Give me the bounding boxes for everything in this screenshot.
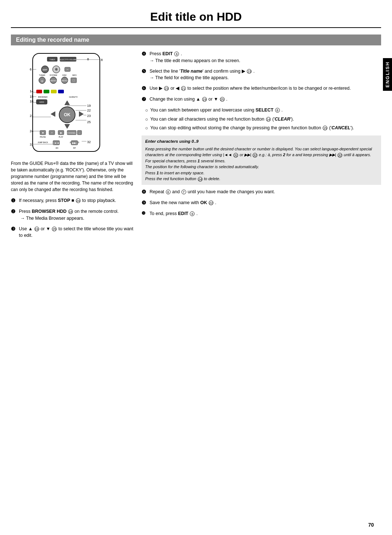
step-9-content: Save the new name with OK 22 . [150, 199, 381, 206]
step-2-content: Press BROWSER HDD 18 on the remote contr… [19, 208, 134, 222]
step-6-content: Use ▶ 23 or ◀ 21 to select the position … [150, 85, 381, 92]
svg-text:31: 31 [30, 143, 33, 146]
svg-rect-29 [51, 90, 57, 93]
step-2-number: ❷ [11, 208, 17, 215]
step-10-content: To end, press EDIT 6 . [150, 210, 381, 217]
step-5: ❺ Select the line 'Title name' and confi… [142, 68, 381, 82]
svg-marker-37 [65, 101, 70, 105]
enter-chars-title: Enter characters using 0..9 [145, 138, 377, 145]
svg-text:18: 18 [30, 100, 33, 103]
svg-text:22: 22 [87, 109, 91, 112]
bullet-3: ○ [145, 125, 150, 132]
step-7-sub-3: ○ You can stop editing without storing t… [145, 125, 381, 132]
svg-text:MENU: MENU [50, 80, 57, 82]
svg-marker-42 [51, 112, 55, 117]
svg-text:□: □ [73, 78, 75, 82]
svg-text:abc: abc [56, 147, 59, 149]
step-8-content: Repeat 6 and 7 until you have made the c… [150, 189, 381, 195]
step-7-sub-2: ○ You can clear all characters using the… [145, 116, 381, 123]
svg-text:MENU: MENU [61, 80, 68, 82]
svg-text:TUNER: TUNER [39, 74, 45, 76]
svg-text:23: 23 [87, 114, 91, 118]
step-7-sub-3-content: You can stop editing without storing the… [150, 125, 354, 131]
step-3-number: ❸ [11, 225, 17, 233]
svg-text:⊕: ⊕ [55, 67, 58, 71]
svg-text:ψ: ψ [41, 79, 43, 82]
step-9: ❾ Save the new name with OK 22 . [142, 199, 381, 207]
step-4-content: Press EDIT 6 . → The title edit menu app… [150, 50, 381, 64]
svg-text:–: – [79, 131, 80, 134]
intro-text: From the GUIDE Plus+® data the title (na… [11, 160, 134, 193]
svg-text:SYSTEM: SYSTEM [50, 74, 57, 76]
enter-chars-line-5: Press the red function button 14 to dele… [145, 176, 377, 182]
enter-chars-line-3: The position for the following character… [145, 164, 377, 170]
svg-text:8: 8 [101, 58, 103, 62]
svg-text:OK: OK [64, 112, 70, 117]
sidebar-english-label: ENGLISH [383, 58, 392, 91]
svg-rect-28 [44, 90, 49, 93]
svg-text:JUMP BACK: JUMP BACK [38, 141, 48, 143]
step-7-sub-1: ○ You can switch between upper and lower… [145, 107, 381, 114]
step-6: ❻ Use ▶ 23 or ◀ 21 to select the positio… [142, 85, 381, 92]
svg-text:19: 19 [87, 104, 91, 108]
step-1: ❶ If necessary, press STOP ■ 24 to stop … [11, 197, 134, 204]
svg-text:SELECT/TV VOLUME: SELECT/TV VOLUME [59, 58, 77, 61]
step-1-content: If necessary, press STOP ■ 24 to stop pl… [19, 197, 134, 204]
enter-chars-line-1: Keep pressing the number button until th… [145, 146, 377, 158]
page-number: 70 [368, 522, 374, 528]
step-3-content: Use ▲ 19 or ▼ 25 to select the title who… [19, 226, 134, 239]
step-1-number: ❶ [11, 197, 17, 204]
step-5-number: ❺ [142, 68, 148, 75]
svg-text:8: 8 [87, 57, 89, 61]
svg-rect-27 [36, 90, 42, 93]
svg-text:PAUSE: PAUSE [40, 136, 46, 138]
step-4-number: ❹ [142, 50, 148, 58]
svg-text:▶▶|: ▶▶| [72, 142, 77, 145]
content-area: TIMER SELECT/TV VOLUME 8 EDIT ⊕ [11, 50, 381, 243]
page-title-area: Edit title on HDD [11, 0, 381, 28]
svg-marker-43 [79, 112, 83, 117]
step-7-sub-1-content: You can switch between upper and lowerca… [150, 107, 283, 114]
svg-text:DISC: DISC [62, 74, 67, 76]
svg-text:–: – [66, 68, 68, 71]
svg-text:INFO: INFO [72, 74, 77, 76]
svg-text:+: + [51, 131, 53, 134]
step-10-number: ❿ [142, 210, 148, 216]
svg-text:6: 6 [30, 68, 32, 71]
section-header: Editing the recorded name [11, 35, 381, 45]
svg-text:CHANNEL: CHANNEL [67, 132, 76, 134]
svg-text:TIMER: TIMER [49, 58, 55, 61]
step-7-sub-2-content: You can clear all characters using the r… [150, 116, 294, 123]
step-2: ❷ Press BROWSER HDD 18 on the remote con… [11, 208, 134, 222]
step-7-number: ❼ [142, 96, 148, 103]
enter-chars-line-2: For special characters, press 1 several … [145, 158, 377, 164]
step-7-content: Change the icon using ▲ 19 or ▼ 25 . [150, 96, 381, 103]
left-column: TIMER SELECT/TV VOLUME 8 EDIT ⊕ [11, 50, 134, 243]
svg-text:21: 21 [30, 114, 33, 118]
svg-text:GUIDE/TV: GUIDE/TV [69, 96, 78, 98]
svg-text:EDIT: EDIT [43, 69, 48, 71]
svg-text:BROWSER: BROWSER [38, 96, 48, 98]
enter-chars-line-4: Press 1 to insert an empty space. [145, 170, 377, 176]
svg-marker-44 [65, 124, 70, 129]
svg-text:PLAY: PLAY [59, 136, 64, 138]
svg-text:HDD: HDD [40, 101, 45, 103]
svg-text:■: ■ [42, 131, 44, 134]
step-9-number: ❾ [142, 199, 148, 207]
step-8-number: ❽ [142, 188, 148, 196]
right-column: ❹ Press EDIT 6 . → The title edit menu a… [142, 50, 381, 243]
step-4: ❹ Press EDIT 6 . → The title edit menu a… [142, 50, 381, 64]
step-6-number: ❻ [142, 85, 148, 92]
step-3: ❸ Use ▲ 19 or ▼ 25 to select the title w… [11, 226, 134, 239]
svg-text:32: 32 [87, 140, 91, 144]
svg-text:|◄◄: |◄◄ [53, 142, 59, 145]
page-title: Edit title on HDD [25, 10, 367, 24]
step-8: ❽ Repeat 6 and 7 until you have made the… [142, 189, 381, 196]
enter-chars-box: Enter characters using 0..9 Keep pressin… [142, 135, 381, 185]
svg-text:25: 25 [87, 120, 91, 124]
step-7: ❼ Change the icon using ▲ 19 or ▼ 25 . [142, 96, 381, 103]
svg-rect-30 [58, 90, 64, 93]
step-5-content: Select the line 'Title name' and confirm… [150, 68, 381, 82]
bullet-1: ○ [145, 107, 150, 114]
bullet-2: ○ [145, 116, 150, 123]
